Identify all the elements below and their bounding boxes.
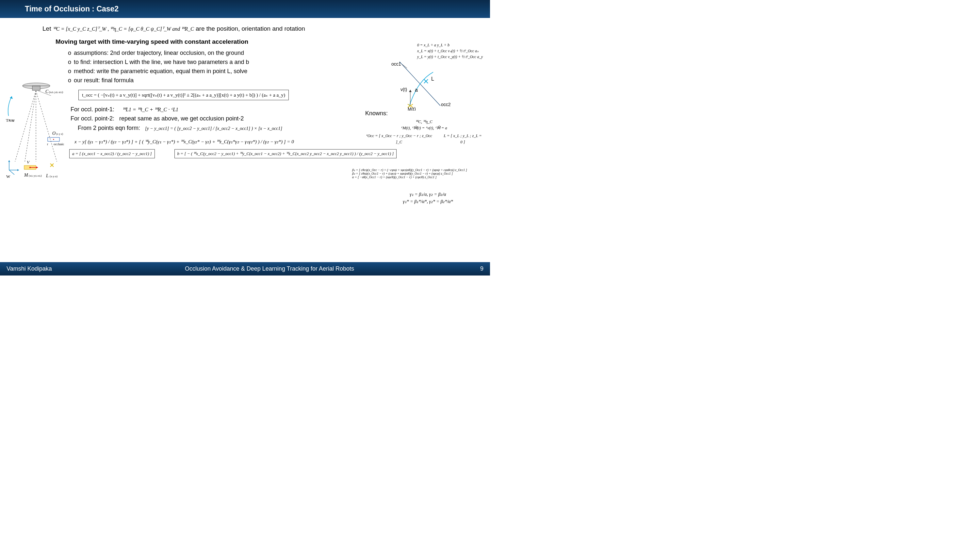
beta2-text: β₂ = [ cθsψ(x_Occ1 − r) + (cφcψ + sφsψsθ…: [352, 172, 483, 175]
svg-marker-44: [409, 90, 412, 92]
beta1-text: β₁ = [ cθcψ(x_Occ − r) + (−cφsψ + sφcψsθ…: [352, 168, 483, 172]
slide-title: Time of Occlusion : Case2: [25, 5, 119, 13]
footer-author: Vamshi Kodipaka: [6, 265, 75, 272]
svg-marker-30: [18, 169, 19, 171]
knowns-heading: Knowns:: [365, 110, 388, 116]
occlusion-mini-diagram: L occ1 occ2 M(t) v(t) a 0 = x_L + a y_L …: [375, 42, 483, 111]
knowns-occvec: ᶜOcc = [ x_Occ − r ; y_Occ − r ; z_Occ ]…: [365, 133, 433, 146]
svg-marker-21: [36, 167, 38, 168]
footer-title: Occlusion Avoidance & Deep Learning Trac…: [75, 265, 464, 272]
two-points-label: From 2 points eqn form:: [78, 125, 140, 131]
svg-line-7: [36, 91, 57, 162]
bullet-4-text: our result: final formula: [74, 77, 134, 84]
svg-text:C: C: [45, 89, 49, 94]
rt-eq2: y_L = y(t) + t_Occ v_y(t) + ½ t²_Occ a_y: [417, 54, 483, 60]
a-box: a = [ (x_occ1 − x_occ2) / (y_occ2 − y_oc…: [69, 149, 155, 158]
svg-line-40: [402, 64, 407, 68]
svg-text:a: a: [415, 87, 418, 93]
ab-row: a = [ (x_occ1 − x_occ2) / (y_occ2 − y_oc…: [69, 149, 484, 158]
slide-footer: Vamshi Kodipaka Occlusion Avoidance & De…: [0, 262, 490, 275]
let-line: Let ᵂC = [x_C y_C z_C]ᵀ_W , ᵂη_C = [φ_C …: [43, 25, 484, 32]
svg-text:(xₗ yₗ zₗ): (xₗ yₗ zₗ): [50, 175, 57, 178]
svg-line-9: [25, 91, 36, 162]
svg-text:L: L: [431, 76, 434, 82]
gammas-block: γ₁ = β₁/α, γ₂ = β₂/α γ₁* = β₁*/α*, γ₂* =…: [372, 191, 484, 206]
svg-text:v(t): v(t): [401, 87, 407, 92]
svg-text:L: L: [46, 173, 49, 178]
slide-header: Time of Occlusion : Case2: [0, 0, 490, 18]
svg-text:M: M: [24, 173, 29, 178]
let-prefix: Let: [43, 25, 53, 32]
bullet-3-text: method: write the parametric equation, e…: [74, 68, 247, 75]
svg-text:(x y z): (x y z): [56, 133, 63, 135]
svg-text:r: r: [47, 142, 48, 146]
svg-text:occ1: occ1: [391, 61, 401, 67]
betas-block: β₁ = [ cθcψ(x_Occ − r) + (−cφsψ + sφcψsθ…: [352, 168, 483, 179]
knowns-line1: ᵂC, ᵂη_C: [365, 119, 483, 125]
gamma-line1: γ₁ = β₁/α, γ₂ = β₂/α: [372, 191, 484, 198]
drone-diagram-svg: C (x₍t₎ y₍t₎ z₍t₎) Tʀᴡ r occlusion O (x …: [5, 80, 64, 181]
tocc-formula: t_occ = ( −[vₓ(t) + a v_y(t)] + sqrt([vₓ…: [82, 92, 285, 98]
a-box-text: a = [ (x_occ1 − x_occ2) / (y_occ2 − y_oc…: [72, 151, 152, 156]
bullet-1-text: assumptions: 2nd order trajectory, linea…: [74, 49, 244, 56]
b-box-text: b = [ − ( ᵂx_C(y_occ2 − y_occ1) + ᵂy_C(x…: [177, 151, 394, 156]
tocc-formula-box: t_occ = ( −[vₓ(t) + a v_y(t)] + sqrt([vₓ…: [78, 90, 289, 100]
svg-marker-32: [8, 160, 10, 162]
svg-text:(x₍t₎ y₍t₎ z₍t₎): (x₍t₎ y₍t₎ z₍t₎): [29, 174, 42, 177]
svg-text:W: W: [6, 174, 10, 179]
knowns-panel: Knowns: ᵂC, ᵂη_C ᶜM(t), ᶜṀ(t) = ᶜv(t), ᶜ…: [365, 110, 483, 146]
svg-text:O: O: [52, 131, 56, 136]
svg-text:V: V: [27, 160, 30, 165]
occl-point-1-math: ᵂL1 = ᵂt_C + ᵂR_C · ᶜL1: [123, 107, 178, 112]
gamma-line2: γ₁* = β₁*/α*, γ₂* = β₂*/α*: [372, 198, 484, 205]
footer-pagenum: 9: [464, 265, 484, 272]
bullet-2-text: to find: intersection L with the line, w…: [74, 59, 249, 65]
occl-point-2-text: repeat same as above, we get occlusion p…: [119, 115, 244, 122]
let-math: ᵂC = [x_C y_C z_C]ᵀ_W , ᵂη_C = [φ_C θ_C …: [53, 26, 194, 32]
b-box: b = [ − ( ᵂx_C(y_occ2 − y_occ1) + ᵂy_C(x…: [175, 149, 397, 158]
two-points-math: [y − y_occ1] = ( [y_occ2 − y_occ1] / [x_…: [145, 126, 282, 131]
svg-text:occ2: occ2: [441, 102, 451, 107]
svg-line-6: [15, 91, 36, 162]
rt-eq1: x_L = x(t) + t_Occ vₓ(t) + ½ t²_Occ aₓ: [417, 48, 483, 54]
alpha-text: α = [ −sθ(x_Occ1 − r) + (sφcθ)(y_Occ1 − …: [352, 175, 483, 179]
svg-point-19: [29, 167, 31, 168]
knowns-lvec: L = [ x_L ; y_L ; z_L = 0 ]: [442, 133, 483, 146]
svg-text:Tʀᴡ: Tʀᴡ: [6, 118, 15, 123]
svg-text:(x₍t₎ y₍t₎ z₍t₎): (x₍t₎ y₍t₎ z₍t₎): [49, 91, 63, 94]
knowns-line2: ᶜM(t), ᶜṀ(t) = ᶜv(t), ᶜM̈ = a: [365, 125, 483, 131]
drone-diagram: C (x₍t₎ y₍t₎ z₍t₎) Tʀᴡ r occlusion O (x …: [5, 80, 64, 178]
occl-point-1-label: For occl. point-1:: [70, 106, 115, 113]
svg-rect-1: [32, 86, 40, 91]
svg-text:occlusion: occlusion: [54, 142, 64, 146]
let-suffix: are the position, orientation and rotati…: [196, 25, 305, 32]
occl-point-2-label: For occl. point-2:: [70, 115, 115, 122]
svg-marker-10: [10, 96, 13, 99]
rt-eq0: 0 = x_L + a y_L + b: [417, 42, 483, 48]
slide-content: Let ᵂC = [x_C y_C z_C]ᵀ_W , ᵂη_C = [φ_C …: [0, 18, 490, 259]
xy-equation-text: x − y[ (γ₁ − γ₁*) / (γ₂ − γ₂*) ] + [ ( ᵂ…: [75, 139, 294, 144]
svg-point-13: [53, 139, 54, 140]
